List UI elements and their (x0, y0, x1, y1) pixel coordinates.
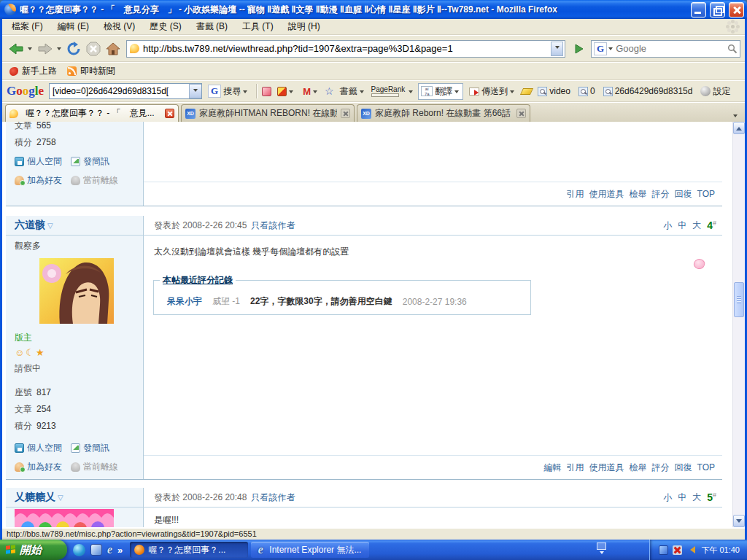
report-link[interactable]: 檢舉 (630, 462, 647, 474)
menu-file[interactable]: 檔案 (F) (5, 19, 50, 34)
highlight-term-3[interactable]: 26d6429d69d8315d (601, 85, 695, 98)
add-friend-link[interactable]: 加為好友 (27, 174, 62, 187)
tray-messenger-icon[interactable] (659, 545, 668, 555)
tab-thread[interactable]: 喔？？怎麼回事？？ - 「 意見... (5, 104, 179, 122)
tab-close-icon[interactable] (165, 109, 174, 118)
report-link[interactable]: 檢舉 (630, 188, 647, 201)
tray-disabled-icon[interactable] (673, 545, 682, 555)
rate-link[interactable]: 評分 (652, 462, 670, 474)
google-bookmarks-button[interactable]: 書籤 (338, 84, 368, 99)
top-link[interactable]: TOP (697, 462, 715, 472)
translate-button[interactable]: aí7à 翻譯 (418, 83, 463, 100)
pagerank-widget[interactable]: PageRank (371, 86, 406, 97)
user-menu-caret-icon[interactable]: ▽ (47, 222, 53, 230)
menu-history[interactable]: 歷史 (S) (143, 19, 187, 34)
address-bar[interactable] (126, 40, 565, 58)
task-firefox[interactable]: 喔？？怎麼回事？... (130, 542, 248, 558)
tab-close-icon[interactable] (516, 109, 526, 118)
back-button[interactable] (7, 38, 26, 60)
tab-close-icon[interactable] (341, 109, 350, 118)
search-icon[interactable] (727, 44, 738, 54)
send-message-link[interactable]: 發簡訊 (83, 155, 109, 168)
restore-button[interactable] (710, 2, 725, 18)
reply-link[interactable]: 回復 (675, 188, 692, 201)
engine-dropdown-icon[interactable] (608, 47, 613, 52)
bookmark-latest-news[interactable]: 即時新聞 (67, 65, 115, 77)
highlight-term-2[interactable]: 0 (576, 85, 597, 98)
google-query-input[interactable] (50, 86, 189, 96)
google-engine-icon[interactable]: G (594, 42, 607, 55)
quote-link[interactable]: 引用 (567, 462, 584, 474)
stop-button[interactable] (85, 38, 102, 60)
username-link[interactable]: 乂糖糖乂 (15, 491, 55, 504)
floor-number[interactable]: 5# (707, 491, 716, 504)
tab-list-button[interactable] (730, 109, 742, 122)
forward-dropdown-icon[interactable] (57, 47, 61, 52)
title-bar[interactable]: 喔？？怎麼回事？？ - 「 意見分享 」 - 小政娛樂論壇 -- 寵物 Ⅱ遊戲 … (0, 0, 747, 19)
photos-icon[interactable] (262, 87, 271, 96)
taskbar-deskband[interactable] (597, 542, 606, 556)
menu-bookmarks[interactable]: 書籤 (B) (190, 19, 234, 34)
home-button[interactable] (104, 38, 122, 60)
use-item-link[interactable]: 使用道具 (589, 188, 624, 201)
add-friend-link[interactable]: 加為好友 (27, 461, 62, 473)
url-dropdown-button[interactable] (551, 42, 563, 56)
search-bar[interactable]: G (591, 40, 740, 58)
bookmark-star-icon[interactable]: ☆ (325, 85, 334, 97)
avatar[interactable] (39, 258, 143, 326)
app-shortcut-icon[interactable] (90, 544, 102, 556)
google-search-button[interactable]: G 搜尋 (206, 83, 251, 99)
username-link[interactable]: 六道骸 (15, 219, 45, 232)
scrollbar-thumb[interactable] (734, 282, 744, 317)
send-to-button[interactable]: 傳送到 (467, 84, 518, 99)
floor-number[interactable]: 4# (707, 219, 716, 232)
menu-tools[interactable]: 工具 (T) (236, 19, 280, 34)
start-button[interactable]: 開始 (0, 540, 67, 560)
user-space-link[interactable]: 個人空間 (27, 442, 62, 454)
settings-button[interactable]: 設定 (698, 84, 732, 99)
quote-link[interactable]: 引用 (567, 188, 584, 201)
query-history-dropdown[interactable] (189, 84, 201, 98)
quick-launch-overflow-icon[interactable]: » (117, 545, 123, 556)
tab-reborn-2[interactable]: XD 家庭教師 Reborn! 在線動畫 第66話 -... (357, 104, 530, 122)
search-input[interactable] (616, 43, 726, 54)
highlight-term-1[interactable]: video (535, 85, 573, 98)
vertical-scrollbar[interactable] (732, 122, 745, 527)
font-medium-link[interactable]: 中 (678, 219, 686, 232)
tray-volume-icon[interactable] (686, 546, 695, 553)
scroll-up-button[interactable] (733, 122, 745, 134)
highlighter-icon[interactable] (520, 88, 533, 95)
scrollbar-track[interactable] (733, 134, 745, 515)
internet-explorer-icon[interactable]: e (107, 543, 112, 556)
reply-link[interactable]: 回復 (675, 462, 692, 474)
user-space-link[interactable]: 個人空間 (27, 155, 62, 168)
menu-edit[interactable]: 編輯 (E) (51, 19, 96, 34)
close-button[interactable] (729, 2, 744, 18)
font-large-link[interactable]: 大 (692, 219, 701, 232)
reload-button[interactable] (65, 38, 82, 60)
sitesearch-button[interactable] (275, 85, 297, 98)
rating-flower-icon[interactable] (692, 257, 706, 271)
menu-view[interactable]: 檢視 (V) (97, 19, 142, 34)
url-input[interactable] (143, 43, 551, 54)
minimize-button[interactable] (691, 2, 706, 18)
top-link[interactable]: TOP (697, 189, 715, 199)
scroll-down-button[interactable] (733, 515, 745, 527)
menu-help[interactable]: 說明 (H) (282, 19, 327, 34)
rate-link[interactable]: 評分 (652, 188, 670, 201)
filter-author-link[interactable]: 只看該作者 (251, 491, 295, 504)
browser-globe-icon[interactable] (73, 544, 85, 556)
send-message-link[interactable]: 發簡訊 (83, 442, 109, 454)
google-search-combo[interactable] (49, 83, 202, 99)
use-item-link[interactable]: 使用道具 (589, 462, 624, 474)
task-ie[interactable]: e Internet Explorer 無法... (251, 542, 369, 558)
filter-author-link[interactable]: 只看該作者 (251, 219, 295, 232)
back-dropdown-icon[interactable] (28, 47, 32, 52)
forward-button[interactable] (36, 38, 55, 60)
user-menu-caret-icon[interactable]: ▽ (58, 494, 63, 502)
tab-reborn-1[interactable]: XD 家庭教師HITMAN REBORN! 在線動... (181, 104, 355, 122)
gmail-button[interactable]: M (301, 85, 321, 98)
rating-user-link[interactable]: 呆呆小宇 (167, 295, 202, 308)
font-small-link[interactable]: 小 (663, 219, 672, 232)
go-button[interactable] (570, 39, 589, 58)
